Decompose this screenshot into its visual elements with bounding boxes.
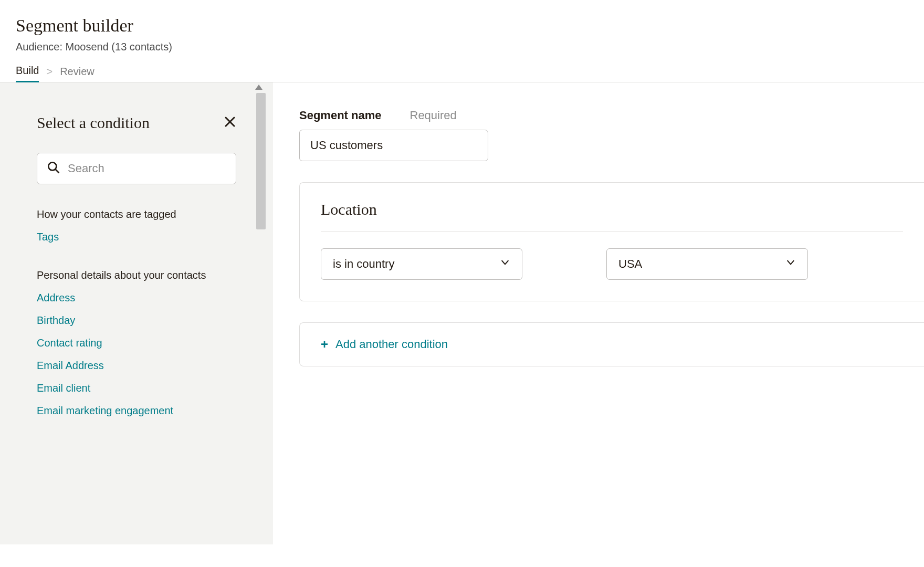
group-heading: Personal details about your contacts xyxy=(37,269,236,281)
search-icon xyxy=(47,161,60,176)
operator-select-value: is in country xyxy=(333,257,394,271)
segment-name-input[interactable] xyxy=(299,130,488,161)
header: Segment builder Audience: Moosend (13 co… xyxy=(0,0,924,82)
close-icon[interactable] xyxy=(224,116,236,131)
condition-card: Location is in country USA xyxy=(299,182,924,301)
group-heading: How your contacts are tagged xyxy=(37,208,236,220)
sidebar: Select a condition How your contacts are… xyxy=(0,82,273,544)
condition-address[interactable]: Address xyxy=(37,292,236,304)
breadcrumb-step-build[interactable]: Build xyxy=(16,65,39,82)
main: Segment name Required Location is in cou… xyxy=(273,82,924,544)
condition-contact-rating[interactable]: Contact rating xyxy=(37,337,236,349)
search-input[interactable] xyxy=(37,153,236,184)
chevron-down-icon xyxy=(500,257,510,271)
audience-subtitle: Audience: Moosend (13 contacts) xyxy=(16,41,908,53)
segment-name-label: Segment name xyxy=(299,109,382,122)
operator-select[interactable]: is in country xyxy=(321,248,522,280)
breadcrumb-step-review[interactable]: Review xyxy=(60,66,94,82)
breadcrumb: Build > Review xyxy=(16,65,908,82)
condition-email-marketing-engagement[interactable]: Email marketing engagement xyxy=(37,405,236,417)
condition-group: How your contacts are tagged Tags xyxy=(37,208,236,243)
condition-card-title: Location xyxy=(321,201,903,218)
required-label: Required xyxy=(410,109,457,122)
condition-email-address[interactable]: Email Address xyxy=(37,360,236,372)
sidebar-title: Select a condition xyxy=(37,114,150,132)
scroll-up-icon[interactable] xyxy=(255,85,262,90)
add-condition-label: Add another condition xyxy=(335,338,448,351)
condition-tags[interactable]: Tags xyxy=(37,231,236,243)
scrollbar-thumb[interactable] xyxy=(256,93,266,229)
segment-name-label-row: Segment name Required xyxy=(299,109,924,122)
page-title: Segment builder xyxy=(16,16,908,36)
value-select[interactable]: USA xyxy=(606,248,808,280)
value-select-value: USA xyxy=(618,257,642,271)
add-condition-button[interactable]: + Add another condition xyxy=(321,338,448,351)
condition-birthday[interactable]: Birthday xyxy=(37,314,236,327)
condition-selects: is in country USA xyxy=(321,248,903,280)
condition-group: Personal details about your contacts Add… xyxy=(37,269,236,417)
search-field[interactable] xyxy=(68,162,226,175)
sidebar-title-row: Select a condition xyxy=(37,114,236,132)
add-condition-card: + Add another condition xyxy=(299,322,924,366)
card-divider xyxy=(321,231,903,232)
body: Select a condition How your contacts are… xyxy=(0,82,924,544)
plus-icon: + xyxy=(321,338,328,351)
chevron-right-icon: > xyxy=(46,66,52,82)
chevron-down-icon xyxy=(785,257,796,271)
svg-line-1 xyxy=(55,169,59,173)
condition-email-client[interactable]: Email client xyxy=(37,382,236,394)
